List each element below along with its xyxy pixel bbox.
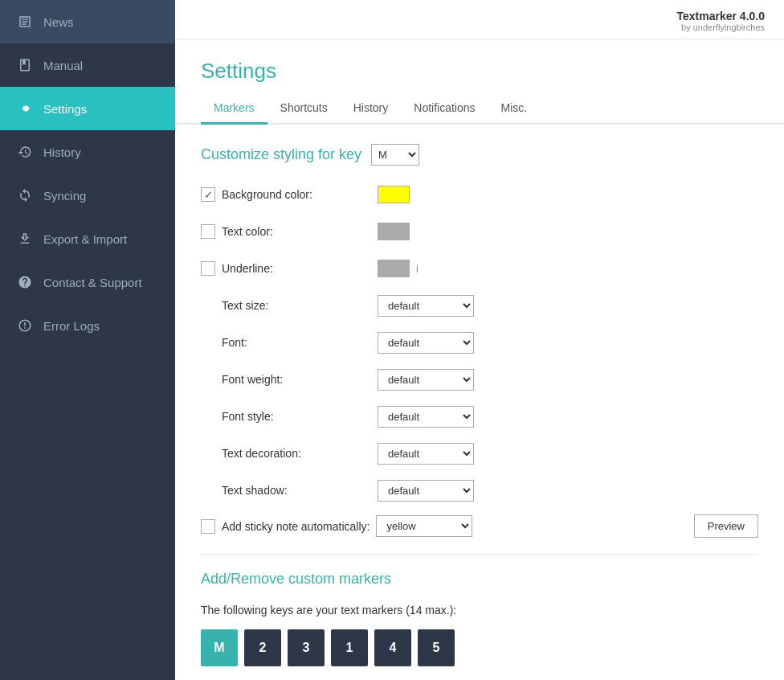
app-name: Textmarker 4.0.0: [677, 10, 765, 23]
export-icon: [16, 230, 34, 248]
background-color-control: [378, 186, 410, 203]
font-row: Font: default serif monospace: [201, 330, 758, 355]
background-color-label: Background color:: [201, 187, 378, 202]
sticky-note-checkbox[interactable]: [201, 519, 215, 534]
marker-key-M[interactable]: M: [201, 629, 238, 666]
app-author: by underflyingbirches: [677, 23, 765, 32]
main-content: Textmarker 4.0.0 by underflyingbirches S…: [175, 0, 784, 680]
underline-label: Underline:: [201, 261, 378, 276]
sidebar-item-label-syncing: Syncing: [43, 189, 86, 203]
text-color-row: Text color:: [201, 219, 758, 244]
sidebar-item-label-settings: Settings: [43, 102, 87, 116]
marker-key-2[interactable]: 2: [244, 629, 281, 666]
sidebar-item-settings[interactable]: Settings: [0, 87, 175, 130]
background-color-swatch[interactable]: [378, 186, 410, 203]
text-decoration-select[interactable]: default underline line-through: [378, 443, 474, 465]
text-decoration-row: Text decoration: default underline line-…: [201, 440, 758, 466]
background-color-row: Background color:: [201, 182, 758, 207]
sticky-note-color-select[interactable]: yellow blue green pink: [376, 515, 472, 537]
text-size-select[interactable]: default small large: [378, 295, 474, 317]
sidebar-item-contact-support[interactable]: Contact & Support: [0, 260, 175, 304]
sidebar-item-syncing[interactable]: Syncing: [0, 174, 175, 217]
book-icon: [16, 56, 34, 74]
marker-key-5[interactable]: 5: [418, 629, 455, 666]
tab-history[interactable]: History: [341, 93, 402, 125]
sidebar-item-error-logs[interactable]: Error Logs: [0, 304, 175, 347]
sidebar-item-label-export: Export & Import: [43, 232, 127, 246]
text-shadow-label: Text shadow:: [201, 484, 378, 497]
underline-checkbox[interactable]: [201, 261, 215, 276]
font-style-select[interactable]: default italic normal: [378, 406, 474, 428]
text-decoration-label: Text decoration:: [201, 447, 378, 460]
text-decoration-control: default underline line-through: [378, 443, 474, 465]
app-info: Textmarker 4.0.0 by underflyingbirches: [677, 10, 765, 32]
text-shadow-select[interactable]: default light dark: [378, 480, 474, 502]
sidebar: News Manual Settings History Syncing Exp…: [0, 0, 175, 680]
sidebar-item-label-news: News: [43, 15, 74, 29]
sticky-note-row: Add sticky note automatically: yellow bl…: [201, 514, 758, 538]
underline-control: i: [378, 260, 419, 277]
sidebar-item-history[interactable]: History: [0, 130, 175, 174]
font-weight-row: Font weight: default bold light: [201, 367, 758, 392]
text-color-label: Text color:: [201, 224, 378, 239]
sidebar-item-news[interactable]: News: [0, 0, 175, 43]
history-icon: [16, 143, 34, 161]
text-shadow-control: default light dark: [378, 480, 474, 502]
preview-button[interactable]: Preview: [694, 514, 758, 538]
newspaper-icon: [16, 13, 34, 31]
tab-notifications[interactable]: Notifications: [401, 93, 488, 125]
text-size-row: Text size: default small large: [201, 293, 758, 318]
tabs: Markers Shortcuts History Notifications …: [175, 93, 784, 125]
content-area: Customize styling for key M 2 3 4 5 Back…: [175, 125, 784, 680]
header: Textmarker 4.0.0 by underflyingbirches: [175, 0, 784, 39]
settings-icon: [16, 100, 34, 117]
background-color-checkbox[interactable]: [201, 187, 215, 202]
customize-key-row: Customize styling for key M 2 3 4 5: [201, 144, 758, 166]
sidebar-item-label-history: History: [43, 145, 81, 159]
section-divider: [201, 554, 758, 555]
sidebar-item-manual[interactable]: Manual: [0, 43, 175, 87]
font-weight-select[interactable]: default bold light: [378, 369, 474, 391]
text-color-checkbox[interactable]: [201, 224, 215, 239]
markers-description: The following keys are your text markers…: [201, 604, 758, 617]
contact-icon: [16, 273, 34, 291]
sidebar-item-label-contact: Contact & Support: [43, 276, 142, 289]
font-style-row: Font style: default italic normal: [201, 403, 758, 429]
info-icon[interactable]: i: [416, 263, 419, 275]
key-select[interactable]: M 2 3 4 5: [371, 144, 419, 166]
marker-key-4[interactable]: 4: [374, 629, 411, 666]
font-weight-label: Font weight:: [201, 373, 378, 386]
text-size-control: default small large: [378, 295, 474, 317]
text-color-swatch[interactable]: [378, 223, 410, 240]
tab-misc[interactable]: Misc.: [488, 93, 541, 125]
font-style-label: Font style:: [201, 410, 378, 423]
sync-icon: [16, 186, 34, 204]
text-color-control: [378, 223, 410, 240]
font-weight-control: default bold light: [378, 369, 474, 391]
page-title: Settings: [175, 39, 784, 84]
font-control: default serif monospace: [378, 332, 474, 354]
marker-key-1[interactable]: 1: [331, 629, 368, 666]
error-icon: [16, 317, 34, 334]
sticky-note-left: Add sticky note automatically: yellow bl…: [201, 515, 472, 537]
text-size-label: Text size:: [201, 299, 378, 312]
underline-color-swatch[interactable]: [378, 260, 410, 277]
tab-shortcuts[interactable]: Shortcuts: [267, 93, 341, 125]
customize-label: Customize styling for key: [201, 146, 361, 163]
marker-key-3[interactable]: 3: [288, 629, 325, 666]
text-shadow-row: Text shadow: default light dark: [201, 477, 758, 503]
font-select[interactable]: default serif monospace: [378, 332, 474, 354]
marker-keys: M 2 3 1 4 5: [201, 629, 758, 666]
add-remove-title: Add/Remove custom markers: [201, 571, 758, 588]
font-style-control: default italic normal: [378, 406, 474, 428]
sticky-note-label: Add sticky note automatically:: [222, 520, 370, 533]
font-label: Font:: [201, 336, 378, 349]
sidebar-item-label-error-logs: Error Logs: [43, 319, 100, 333]
tab-markers[interactable]: Markers: [201, 93, 267, 125]
sidebar-item-label-manual: Manual: [43, 59, 83, 72]
underline-row: Underline: i: [201, 256, 758, 281]
sidebar-item-export-import[interactable]: Export & Import: [0, 217, 175, 260]
